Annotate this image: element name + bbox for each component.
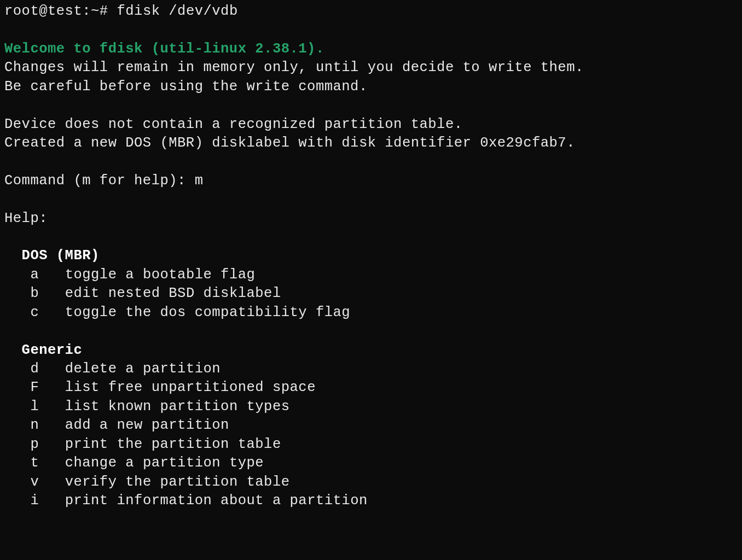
welcome-line: Welcome to fdisk (util-linux 2.38.1). bbox=[4, 41, 324, 57]
help-key: c bbox=[30, 305, 39, 320]
help-desc: change a partition type bbox=[65, 455, 264, 471]
help-key: v bbox=[30, 474, 39, 490]
help-key: l bbox=[30, 399, 39, 415]
help-desc: verify the partition table bbox=[65, 474, 290, 490]
warning-line-1: Changes will remain in memory only, unti… bbox=[4, 60, 584, 75]
help-desc: delete a partition bbox=[65, 361, 221, 377]
prompt-symbol: # bbox=[100, 3, 108, 19]
help-key: i bbox=[30, 493, 39, 509]
help-item: v verify the partition table bbox=[30, 474, 289, 490]
help-desc: edit nested BSD disklabel bbox=[65, 285, 281, 301]
help-key: p bbox=[30, 436, 39, 452]
command-prompt-label: Command (m for help): bbox=[4, 173, 195, 189]
help-item: F list free unpartitioned space bbox=[30, 380, 316, 395]
help-item: n add a new partition bbox=[30, 417, 229, 433]
help-desc: list free unpartitioned space bbox=[65, 380, 316, 395]
section-title-dos: DOS (MBR) bbox=[22, 248, 100, 264]
help-key: t bbox=[30, 455, 39, 471]
help-desc: toggle a bootable flag bbox=[65, 267, 256, 283]
help-key: a bbox=[30, 267, 39, 283]
help-item: i print information about a partition bbox=[30, 493, 367, 509]
help-key: n bbox=[30, 417, 39, 433]
help-desc: add a new partition bbox=[65, 417, 229, 433]
warning-line-2: Be careful before using the write comman… bbox=[4, 79, 368, 95]
help-desc: print information about a partition bbox=[65, 493, 368, 509]
prompt-path: ~ bbox=[91, 3, 100, 19]
help-key: b bbox=[30, 285, 39, 301]
device-line-2: Created a new DOS (MBR) disklabel with d… bbox=[4, 135, 575, 151]
help-key: d bbox=[30, 361, 39, 377]
help-item: p print the partition table bbox=[30, 436, 281, 452]
help-item: b edit nested BSD disklabel bbox=[30, 285, 281, 301]
help-desc: toggle the dos compatibility flag bbox=[65, 305, 350, 320]
help-header: Help: bbox=[4, 211, 48, 226]
shell-prompt: root@test:~# fdisk /dev/vdb bbox=[4, 3, 238, 19]
section-title-generic: Generic bbox=[22, 342, 83, 358]
help-item: l list known partition types bbox=[30, 399, 289, 415]
help-desc: print the partition table bbox=[65, 436, 281, 452]
prompt-user-host: root@test bbox=[4, 3, 82, 19]
help-key: F bbox=[30, 380, 39, 395]
help-desc: list known partition types bbox=[65, 399, 290, 415]
help-item: t change a partition type bbox=[30, 455, 264, 471]
help-item: d delete a partition bbox=[30, 361, 221, 377]
help-item: a toggle a bootable flag bbox=[30, 267, 255, 283]
terminal-output[interactable]: root@test:~# fdisk /dev/vdb Welcome to f… bbox=[4, 2, 738, 510]
help-item: c toggle the dos compatibility flag bbox=[30, 305, 350, 320]
prompt-command: fdisk /dev/vdb bbox=[117, 3, 237, 19]
device-line-1: Device does not contain a recognized par… bbox=[4, 116, 463, 132]
command-input[interactable]: m bbox=[195, 173, 204, 189]
